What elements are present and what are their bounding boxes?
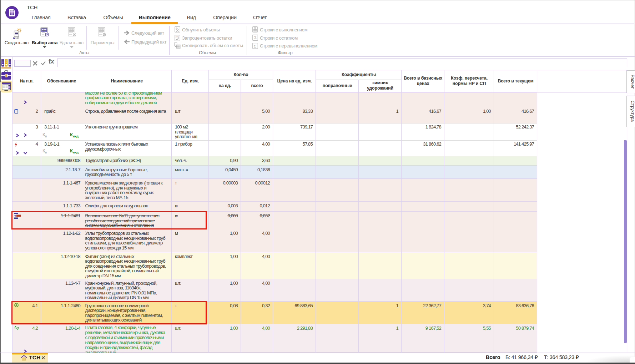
svg-text:-Σ: -Σ xyxy=(253,35,257,40)
svg-text:0x: 0x xyxy=(176,27,178,29)
svg-text:Σ: Σ xyxy=(254,44,256,48)
svg-text:100: 100 xyxy=(175,36,179,38)
